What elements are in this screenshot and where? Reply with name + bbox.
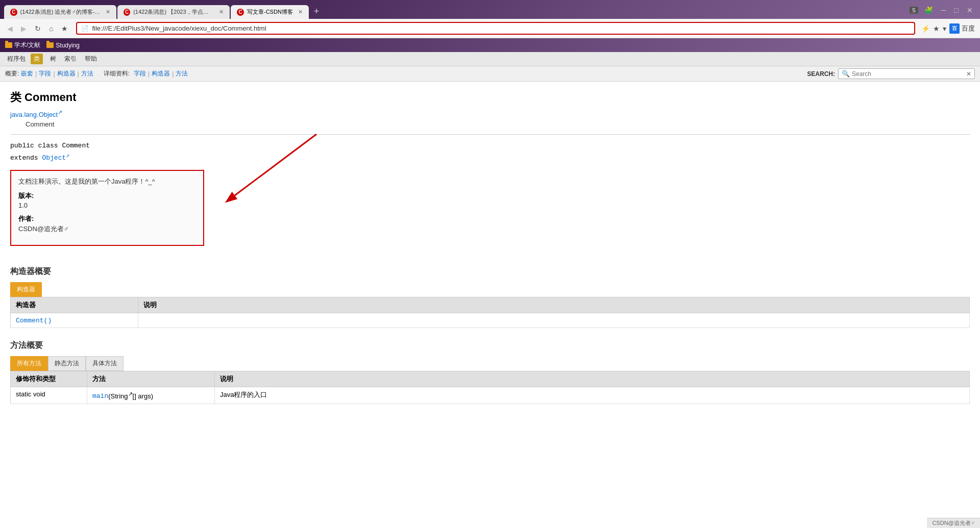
- bookmark-studying-label: Studying: [56, 42, 80, 49]
- method-col-modifier: 修饰符和类型: [11, 371, 87, 387]
- method-section-title: 方法概要: [10, 340, 970, 351]
- minimize-button[interactable]: ─: [939, 5, 948, 15]
- divider1: [10, 134, 970, 135]
- method-tab-concrete[interactable]: 具体方法: [86, 356, 124, 371]
- back-button[interactable]: ◀: [5, 23, 15, 34]
- java-lang-object-link[interactable]: java.lang.Object↗: [10, 111, 62, 118]
- sep4: |: [148, 70, 150, 78]
- tab-icon-3: C: [237, 9, 244, 16]
- search-input-wrap[interactable]: 🔍 ✕: [838, 68, 975, 79]
- constructor-table: 构造器 说明 Comment(): [10, 297, 970, 328]
- browser-tab-1[interactable]: C (1422条消息) 追光者♂的博客-C... ✕: [4, 5, 116, 19]
- address-bar[interactable]: 📄 file:///E:/EditPlus3/New_javacode/xiex…: [76, 22, 915, 35]
- doc-comment-text: 文档注释演示。这是我的第一个Java程序！^_^: [18, 177, 196, 186]
- bookmark-button[interactable]: ★: [59, 23, 70, 34]
- detail-constructor[interactable]: 构造器: [152, 69, 170, 78]
- browser-tab-2[interactable]: C (1422条消息) 【2023，学点儿基... ✕: [117, 5, 230, 19]
- sep1: |: [35, 70, 37, 78]
- doc-comment-box: 文档注释演示。这是我的第一个Java程序！^_^ 版本: 1.0 作者: CSD…: [10, 170, 204, 246]
- app-toolbar: 程序包 类 树 索引 帮助: [0, 52, 980, 66]
- method-params: (String↗[] args): [108, 392, 153, 400]
- tab-close-2[interactable]: ✕: [219, 9, 224, 15]
- class-decl-line2: extends Object↗: [10, 152, 970, 164]
- summary-nested[interactable]: 嵌套: [21, 69, 33, 78]
- method-col-desc: 说明: [215, 371, 970, 387]
- tab-title-3: 写文章-CSDN博客: [247, 8, 293, 16]
- detail-field[interactable]: 字段: [134, 69, 146, 78]
- object-link[interactable]: Object↗: [42, 154, 69, 162]
- maximize-button[interactable]: □: [952, 5, 961, 15]
- constructor-desc: [138, 313, 970, 328]
- dropdown-icon[interactable]: ▾: [943, 24, 946, 33]
- annotation-area: 文档注释演示。这是我的第一个Java程序！^_^ 版本: 1.0 作者: CSD…: [10, 170, 970, 256]
- file-icon: 📄: [81, 25, 89, 32]
- main-content: 类 Comment java.lang.Object↗ Comment publ…: [0, 82, 980, 412]
- forward-button[interactable]: ▶: [19, 23, 29, 34]
- tab-bar: C (1422条消息) 追光者♂的博客-C... ✕ C (1422条消息) 【…: [0, 0, 980, 19]
- toolbar-index[interactable]: 索引: [61, 54, 80, 64]
- summary-label: 概要:: [5, 69, 19, 78]
- search-label: SEARCH:: [807, 70, 835, 78]
- nav-bar: ◀ ▶ ↻ ⌂ ★ 📄 file:///E:/EditPlus3/New_jav…: [0, 19, 980, 38]
- sep3: |: [78, 70, 79, 78]
- method-name: main(String↗[] args): [87, 387, 215, 404]
- method-modifier: static void: [11, 387, 87, 404]
- constructor-tab-bar: 构造器: [10, 282, 970, 297]
- version-value: 1.0: [18, 202, 196, 209]
- tab-title-2: (1422条消息) 【2023，学点儿基...: [133, 8, 214, 16]
- performance-icon[interactable]: ⚡: [921, 24, 930, 33]
- toolbar-packages[interactable]: 程序包: [4, 54, 29, 64]
- summary-constructor[interactable]: 构造器: [57, 69, 76, 78]
- sep2: |: [53, 70, 55, 78]
- toolbar-class[interactable]: 类: [31, 54, 43, 64]
- class-decl-line1: public class Comment: [10, 141, 970, 152]
- method-tab-static[interactable]: 静态方法: [48, 356, 86, 371]
- baidu-button[interactable]: 百 百度: [949, 23, 975, 34]
- method-main-link[interactable]: main: [92, 393, 108, 400]
- tab-close-1[interactable]: ✕: [106, 9, 110, 15]
- constructor-col-name: 构造器: [11, 297, 138, 313]
- close-button[interactable]: ✕: [965, 5, 975, 15]
- extension-button[interactable]: 🧩: [922, 5, 935, 15]
- method-tab-bar: 所有方法 静态方法 具体方法: [10, 356, 970, 371]
- search-clear-icon[interactable]: ✕: [966, 70, 971, 78]
- tab-close-3[interactable]: ✕: [298, 9, 303, 15]
- home-button[interactable]: ⌂: [47, 23, 55, 34]
- constructor-col-desc: 说明: [138, 297, 970, 313]
- folder-icon-academic: [5, 42, 12, 48]
- author-label: 作者:: [18, 214, 196, 223]
- browser-tab-3[interactable]: C 写文章-CSDN博客 ✕: [231, 5, 309, 19]
- search-input[interactable]: [852, 70, 964, 78]
- constructor-row-1: Comment(): [11, 313, 970, 328]
- bookmark-academic-label: 学术/文献: [14, 41, 40, 49]
- breadcrumb-bar: 概要: 嵌套 | 字段 | 构造器 | 方法 详细资料: 字段 | 构造器 | …: [0, 66, 980, 82]
- version-label: 版本:: [18, 191, 196, 200]
- author-value: CSDN@追光者♂: [18, 224, 196, 234]
- toolbar-tree[interactable]: 树: [47, 54, 59, 64]
- new-tab-button[interactable]: +: [310, 4, 324, 19]
- refresh-button[interactable]: ↻: [33, 23, 43, 34]
- toolbar-help[interactable]: 帮助: [82, 54, 100, 64]
- detail-method[interactable]: 方法: [176, 69, 188, 78]
- search-area: SEARCH: 🔍 ✕: [807, 68, 975, 79]
- bookmark-academic[interactable]: 学术/文献: [5, 41, 40, 49]
- class-title: 类 Comment: [10, 90, 970, 105]
- tab-icon-2: C: [124, 9, 130, 16]
- summary-field[interactable]: 字段: [39, 69, 51, 78]
- folder-icon-studying: [46, 42, 54, 48]
- inheritance-chain: java.lang.Object↗: [10, 109, 970, 118]
- bookmarks-bar: 学术/文献 Studying: [0, 38, 980, 52]
- bookmark-studying[interactable]: Studying: [46, 42, 80, 49]
- summary-method[interactable]: 方法: [81, 69, 93, 78]
- window-controls: 5 🧩 ─ □ ✕: [910, 5, 975, 15]
- class-name-in-chain: Comment: [10, 120, 970, 128]
- tab-icon-1: C: [10, 9, 17, 16]
- method-tab-all[interactable]: 所有方法: [10, 356, 48, 371]
- favorites-icon[interactable]: ★: [933, 24, 940, 33]
- nav-extras: ⚡ ★ ▾ 百 百度: [921, 23, 975, 34]
- constructor-section-title: 构造器概要: [10, 266, 970, 277]
- method-desc: Java程序的入口: [215, 387, 970, 404]
- constructor-link[interactable]: Comment(): [16, 317, 52, 324]
- address-text: file:///E:/EditPlus3/New_javacode/xiexu_…: [92, 24, 910, 32]
- constructor-tab-all[interactable]: 构造器: [10, 282, 42, 297]
